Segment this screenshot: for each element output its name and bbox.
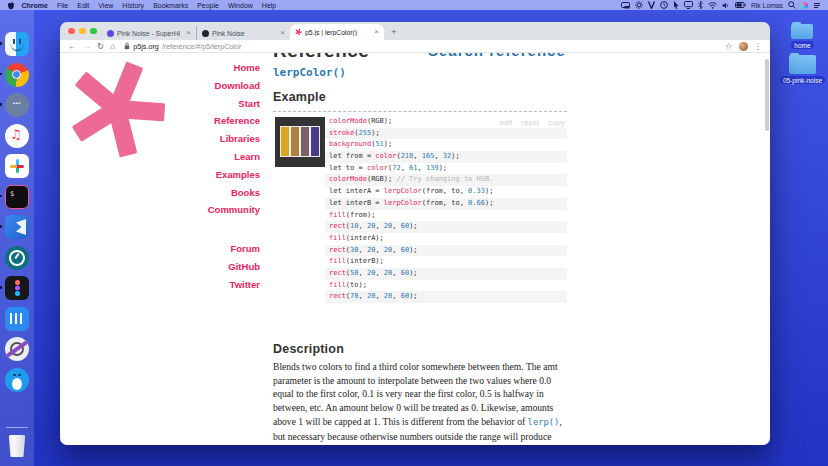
code-line: let interA = lerpColor(from, to, 0.33); xyxy=(325,186,567,198)
menubar-menus: ChromeFileEditViewHistoryBookmarksPeople… xyxy=(17,2,281,9)
menu-bookmarks[interactable]: Bookmarks xyxy=(149,2,193,9)
menubar-status-area: Rik Lomas xyxy=(621,1,821,9)
intercom-icon xyxy=(5,307,29,331)
sidebar-item-reference[interactable]: Reference xyxy=(150,115,260,133)
minimize-window-button[interactable] xyxy=(79,28,86,35)
sidebar-item-home[interactable]: Home xyxy=(150,62,260,80)
display-icon[interactable] xyxy=(684,1,693,9)
sidebar-item-community[interactable]: Community xyxy=(150,204,260,222)
browser-tab[interactable]: Pink Noise× xyxy=(196,26,290,40)
menu-help[interactable]: Help xyxy=(257,2,280,9)
forward-button[interactable]: → xyxy=(83,41,92,51)
dock-messages-icon[interactable] xyxy=(5,93,29,117)
close-window-button[interactable] xyxy=(68,28,75,35)
code-line: let interB = lerpColor(from, to, 0.66); xyxy=(325,198,567,210)
desktop-folder-05-pink-noise[interactable]: 05-pink-noise xyxy=(780,55,825,84)
siri-icon[interactable] xyxy=(801,2,808,9)
dock-chrome-icon[interactable] xyxy=(5,63,29,87)
browser-menu-icon[interactable]: ⋮ xyxy=(754,41,763,51)
sidebar-item-books[interactable]: Books xyxy=(150,187,260,205)
code-line: stroke(255); xyxy=(325,128,567,140)
tab-close-button[interactable]: × xyxy=(374,28,379,36)
dock-slack-icon[interactable] xyxy=(5,154,29,178)
dock-trash-icon[interactable] xyxy=(5,434,29,458)
sidebar-item-start[interactable]: Start xyxy=(150,98,260,116)
browser-tab[interactable]: Pink Noise - SuperHi× xyxy=(102,26,196,40)
battery-icon[interactable] xyxy=(735,2,746,8)
desktop-icons: home05-pink-noise xyxy=(780,24,825,84)
reset-button[interactable]: reset xyxy=(521,118,539,127)
dock-figma-icon[interactable] xyxy=(5,276,29,300)
code-line: background(51); xyxy=(325,139,567,151)
clock-icon[interactable] xyxy=(660,1,668,9)
v-app-icon[interactable] xyxy=(648,1,655,9)
sidebar-item-libraries[interactable]: Libraries xyxy=(150,133,260,151)
sidebar-item-learn[interactable]: Learn xyxy=(150,151,260,169)
address-bar[interactable]: p5js.org/reference/#/p5/lerpColor xyxy=(124,42,719,51)
music-icon xyxy=(5,124,29,148)
new-tab-button[interactable]: + xyxy=(391,26,397,37)
url-domain: p5js.org xyxy=(133,42,159,51)
menu-history[interactable]: History xyxy=(118,2,149,9)
spotlight-search-icon[interactable] xyxy=(788,1,796,9)
back-button[interactable]: ← xyxy=(68,41,77,51)
edit-button[interactable]: edit xyxy=(499,118,512,127)
code-line: rect(30, 20, 20, 60); xyxy=(325,245,567,257)
menu-chrome[interactable]: Chrome xyxy=(17,2,52,9)
example-block: colorMode(RGB);stroke(255);background(51… xyxy=(273,111,567,303)
inline-code: lerp() xyxy=(528,417,560,427)
apple-menu-icon[interactable] xyxy=(7,1,15,10)
dock-separator xyxy=(6,427,28,428)
zoom-window-button[interactable] xyxy=(90,28,97,35)
slack-icon xyxy=(5,154,29,178)
profile-avatar[interactable] xyxy=(739,42,748,51)
dock-vscode-icon[interactable] xyxy=(5,215,29,239)
gear-icon[interactable] xyxy=(635,1,643,9)
reload-button[interactable]: ↻ xyxy=(97,41,104,51)
vscode-icon xyxy=(5,215,29,239)
dock-twitter-icon[interactable] xyxy=(5,368,29,392)
dock-music-icon[interactable] xyxy=(5,124,29,148)
dock-terminal-icon[interactable] xyxy=(5,185,29,209)
home-button[interactable]: ⌂ xyxy=(110,41,115,51)
browser-window: Pink Noise - SuperHi×Pink Noise×p5.js | … xyxy=(60,22,770,445)
tab-close-button[interactable]: × xyxy=(280,29,285,37)
sidebar-item-download[interactable]: Download xyxy=(150,80,260,98)
notification-center-icon[interactable] xyxy=(813,2,821,9)
menu-window[interactable]: Window xyxy=(223,2,257,9)
bluetooth-icon[interactable] xyxy=(698,1,703,9)
volume-icon[interactable] xyxy=(722,2,730,9)
canvas-bar-2 xyxy=(300,126,310,157)
p5-asterisk-favicon xyxy=(295,29,302,36)
wifi-icon[interactable] xyxy=(708,2,717,9)
menubar-username[interactable]: Rik Lomas xyxy=(751,2,783,9)
dock-intercom-icon[interactable] xyxy=(5,307,29,331)
example-canvas xyxy=(275,117,325,167)
sidebar-item-examples[interactable]: Examples xyxy=(150,169,260,187)
bookmark-star-icon[interactable]: ☆ xyxy=(725,41,733,51)
browser-tab[interactable]: p5.js | lerpColor()× xyxy=(290,24,384,40)
sidebar-item-forum[interactable]: Forum xyxy=(150,243,260,261)
dock-clock-app-icon[interactable] xyxy=(5,246,29,270)
folder-icon xyxy=(789,55,816,74)
code-editor[interactable]: colorMode(RGB);stroke(255);background(51… xyxy=(325,116,567,303)
menu-view[interactable]: View xyxy=(94,2,118,9)
pointer-icon[interactable] xyxy=(673,1,679,9)
menu-file[interactable]: File xyxy=(52,2,72,9)
menu-edit[interactable]: Edit xyxy=(73,2,94,9)
canvas-bar-0 xyxy=(280,126,290,157)
screen-mirroring-icon[interactable] xyxy=(621,2,630,9)
padlock-icon xyxy=(124,42,130,50)
tab-close-button[interactable]: × xyxy=(186,29,191,37)
dock-finder-icon[interactable] xyxy=(5,32,29,56)
sidebar-item-twitter[interactable]: Twitter xyxy=(150,279,260,297)
dock-media-player-icon[interactable] xyxy=(5,337,29,361)
menu-people[interactable]: People xyxy=(193,2,224,9)
page-scrollbar[interactable] xyxy=(765,59,769,131)
desktop-folder-home[interactable]: home xyxy=(791,24,813,49)
messages-icon xyxy=(5,93,29,117)
sidebar-item-github[interactable]: GitHub xyxy=(150,261,260,279)
code-line: fill(interA); xyxy=(325,233,567,245)
tab-title: p5.js | lerpColor() xyxy=(305,29,371,36)
copy-button[interactable]: copy xyxy=(548,118,565,127)
